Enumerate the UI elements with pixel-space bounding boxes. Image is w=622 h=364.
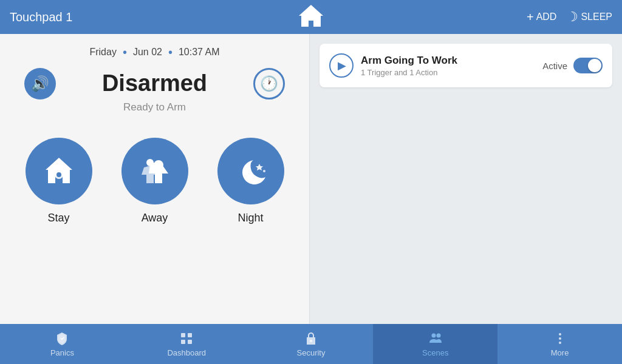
scene-toggle[interactable] [573, 58, 603, 73]
security-panel: Friday • Jun 02 • 10:37 AM 🔊 Disarmed 🕐 … [0, 34, 310, 324]
home-button[interactable] [298, 4, 324, 30]
night-icon [233, 153, 269, 189]
away-icon [137, 153, 173, 189]
arm-buttons-row: Stay Away [26, 138, 284, 224]
stay-button[interactable]: Stay [26, 138, 92, 224]
panics-label: Panics [50, 348, 74, 357]
scene-name: Arm Going To Work [361, 55, 535, 67]
scene-status-area: Active [542, 58, 603, 73]
dashboard-label: Dashboard [167, 348, 206, 357]
stay-circle [26, 138, 92, 204]
svg-point-12 [431, 333, 436, 337]
night-label: Night [238, 212, 263, 224]
svg-rect-8 [188, 333, 192, 337]
dots-icon [553, 331, 567, 346]
play-icon: ▶ [338, 59, 346, 72]
svg-rect-10 [188, 340, 192, 344]
bottom-nav: Panics Dashboard Security Scenes [0, 324, 622, 364]
scenes-panel: ▶ Arm Going To Work 1 Trigger and 1 Acti… [310, 34, 622, 324]
plus-icon: + [527, 10, 534, 24]
svg-point-3 [146, 159, 154, 166]
main-content: Friday • Jun 02 • 10:37 AM 🔊 Disarmed 🕐 … [0, 34, 622, 324]
app-title: Touchpad 1 [10, 10, 72, 24]
lock-icon [304, 331, 318, 346]
moon-icon: ☽ [566, 9, 578, 25]
stay-label: Stay [47, 212, 69, 224]
date-row: Friday • Jun 02 • 10:37 AM [89, 46, 219, 58]
nav-scenes[interactable]: Scenes [373, 324, 497, 364]
svg-rect-7 [181, 333, 185, 337]
date-time: 10:37 AM [179, 47, 220, 58]
add-label: ADD [536, 12, 557, 22]
sleep-button[interactable]: ☽ SLEEP [566, 9, 612, 25]
toggle-knob [588, 59, 601, 72]
scenes-label: Scenes [422, 348, 448, 357]
nav-dashboard[interactable]: Dashboard [125, 324, 249, 364]
grid-icon [179, 331, 194, 346]
svg-point-6 [263, 170, 265, 172]
active-label: Active [542, 61, 567, 71]
app-header: Touchpad 1 + ADD ☽ SLEEP [0, 0, 622, 34]
svg-rect-9 [181, 340, 185, 344]
scene-info: Arm Going To Work 1 Trigger and 1 Action [361, 55, 535, 77]
date-day: Friday [89, 47, 116, 58]
nav-panics[interactable]: Panics [0, 324, 125, 364]
dot1: • [123, 46, 127, 58]
add-button[interactable]: + ADD [527, 10, 556, 24]
away-label: Away [142, 212, 168, 224]
svg-point-11 [310, 340, 312, 342]
svg-point-15 [559, 337, 561, 340]
svg-point-16 [559, 342, 561, 344]
svg-point-1 [56, 172, 61, 177]
svg-point-14 [559, 333, 561, 335]
night-circle [217, 138, 284, 204]
clock-icon: 🕐 [260, 75, 278, 92]
arm-status: Disarmed [102, 70, 207, 96]
stay-icon [41, 153, 77, 189]
more-label: More [551, 348, 569, 357]
away-button[interactable]: Away [121, 138, 188, 224]
shield-icon [55, 331, 69, 346]
nav-more[interactable]: More [497, 324, 622, 364]
status-row: 🔊 Disarmed 🕐 [12, 70, 297, 96]
date-month: Jun 02 [133, 47, 162, 58]
svg-point-13 [436, 333, 440, 337]
header-actions: + ADD ☽ SLEEP [527, 9, 612, 25]
sound-button[interactable]: 🔊 [24, 68, 56, 99]
dot2: • [168, 46, 173, 58]
sleep-label: SLEEP [581, 12, 612, 22]
away-circle [121, 138, 188, 204]
clock-button[interactable]: 🕐 [253, 68, 285, 99]
svg-point-5 [248, 177, 251, 180]
play-button[interactable]: ▶ [329, 53, 354, 78]
ready-subtitle: Ready to Arm [123, 101, 186, 113]
security-label: Security [297, 348, 326, 357]
people-icon [428, 331, 443, 346]
home-icon [298, 4, 324, 28]
nav-security[interactable]: Security [249, 324, 374, 364]
svg-marker-4 [256, 164, 263, 170]
night-button[interactable]: Night [217, 138, 284, 224]
scene-subtitle: 1 Trigger and 1 Action [361, 68, 535, 77]
sound-icon: 🔊 [31, 75, 49, 92]
scene-card: ▶ Arm Going To Work 1 Trigger and 1 Acti… [320, 44, 612, 87]
